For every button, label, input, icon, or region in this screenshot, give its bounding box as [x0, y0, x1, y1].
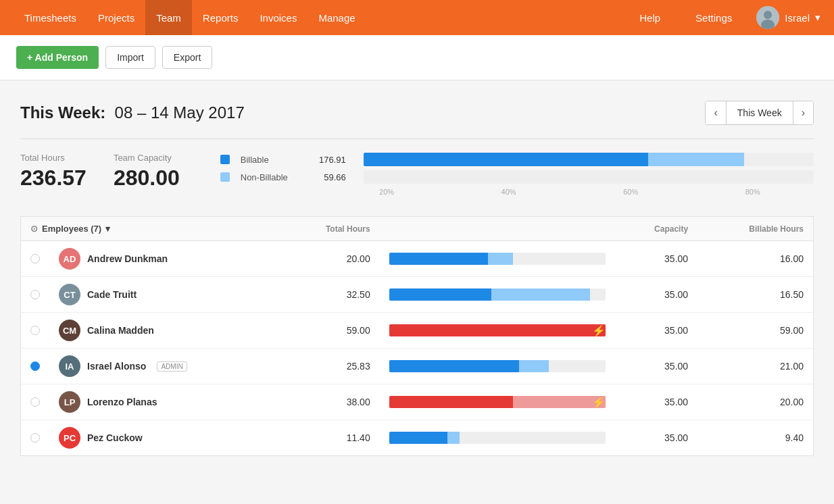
emp-name[interactable]: Calina Madden — [87, 325, 154, 336]
nav-help[interactable]: Help — [629, 0, 671, 35]
export-button[interactable]: Export — [162, 46, 212, 69]
chart-nonbillable-row: Non-Billable 59.66 — [220, 170, 814, 184]
table-row: IA Israel Alonso ADMIN 25.83 35.00 21.00 — [21, 349, 814, 384]
navbar: Timesheets Projects Team Reports Invoice… — [0, 0, 834, 35]
emp-bar — [389, 288, 606, 301]
week-header: This Week: 08 – 14 May 2017 ‹ This Week … — [20, 101, 814, 125]
emp-bar — [389, 432, 606, 444]
emp-name[interactable]: Andrew Dunkman — [87, 253, 168, 264]
week-prev-button[interactable]: ‹ — [706, 101, 726, 124]
chart-area: Billable 176.91 Non-Billable 59.66 20% 4… — [220, 153, 814, 196]
billable-bar — [364, 153, 814, 166]
row-radio-dot[interactable] — [30, 361, 40, 371]
row-capacity: 35.00 — [615, 384, 697, 420]
emp-name[interactable]: Israel Alonso — [87, 361, 146, 372]
employee-name-cell: LP Lorenzo Planas — [59, 391, 271, 413]
row-radio-dot[interactable] — [30, 290, 40, 299]
nav-settings[interactable]: Settings — [685, 0, 743, 35]
nav-manage[interactable]: Manage — [308, 0, 366, 35]
nav-team[interactable]: Team — [145, 0, 192, 35]
row-billable: 59.00 — [697, 313, 813, 349]
col-billable-header: Billable Hours — [697, 217, 813, 241]
row-radio-cell — [21, 241, 50, 277]
emp-name[interactable]: Pez Cuckow — [87, 432, 143, 443]
table-row: CM Calina Madden 59.00 ⚡ 35.00 59.00 — [21, 313, 814, 349]
row-hours: 32.50 — [280, 277, 380, 313]
week-next-button[interactable]: › — [793, 101, 813, 124]
row-hours: 11.40 — [280, 420, 380, 456]
row-radio-dot[interactable] — [30, 397, 40, 407]
total-hours-label: Total Hours — [20, 153, 87, 163]
add-person-button[interactable]: + Add Person — [16, 46, 99, 69]
axis-80: 80% — [691, 188, 814, 196]
table-row: LP Lorenzo Planas 38.00 ⚡ 35.00 20.00 — [21, 384, 814, 420]
row-billable: 21.00 — [697, 349, 813, 384]
billable-value: 176.91 — [312, 155, 346, 165]
axis-20: 20% — [326, 188, 448, 196]
week-title-prefix: This Week: — [20, 103, 105, 122]
team-capacity-label: Team Capacity — [114, 153, 180, 163]
row-capacity: 35.00 — [615, 277, 697, 313]
svg-point-1 — [764, 11, 772, 19]
row-bar-cell — [380, 241, 615, 277]
nav-reports[interactable]: Reports — [192, 0, 249, 35]
employee-name-cell: CT Cade Truitt — [59, 284, 271, 305]
row-name-cell: PC Pez Cuckow — [49, 420, 280, 456]
user-menu[interactable]: Israel ▾ — [756, 6, 820, 29]
row-capacity: 35.00 — [615, 313, 697, 349]
nonbillable-label: Non-Billable — [241, 172, 301, 182]
table-row: CT Cade Truitt 32.50 35.00 16.50 — [21, 277, 814, 313]
row-hours: 59.00 — [280, 313, 380, 349]
import-button[interactable]: Import — [105, 46, 155, 69]
week-title: This Week: 08 – 14 May 2017 — [20, 103, 245, 122]
emp-avatar: LP — [59, 391, 80, 413]
row-radio-dot[interactable] — [30, 433, 40, 443]
dropdown-icon[interactable]: ▾ — [105, 224, 110, 234]
emp-name[interactable]: Cade Truitt — [87, 289, 137, 300]
nav-right: Help Settings Israel ▾ — [629, 0, 820, 35]
axis-40: 40% — [447, 188, 570, 196]
table-row: AD Andrew Dunkman 20.00 35.00 16.00 — [21, 241, 814, 277]
emp-bar: ⚡ — [389, 324, 606, 336]
chart-axis: 20% 40% 60% 80% — [220, 188, 814, 196]
total-hours-stat: Total Hours 236.57 — [20, 153, 87, 191]
row-radio-cell — [21, 384, 50, 420]
emp-avatar: CM — [59, 320, 80, 341]
row-billable: 9.40 — [697, 420, 813, 456]
employees-table: ⊙ Employees (7) ▾ Total Hours Capacity B… — [20, 216, 814, 456]
week-date-range: 08 – 14 May 2017 — [115, 103, 245, 122]
chevron-down-icon: ▾ — [815, 11, 820, 24]
employee-name-cell: CM Calina Madden — [59, 320, 271, 341]
emp-name[interactable]: Lorenzo Planas — [87, 397, 157, 407]
billable-bar-fill — [364, 153, 648, 166]
nav-timesheets[interactable]: Timesheets — [14, 0, 87, 35]
row-radio-dot[interactable] — [30, 254, 40, 263]
row-hours: 25.83 — [280, 349, 380, 384]
row-radio-dot[interactable] — [30, 326, 40, 335]
row-capacity: 35.00 — [615, 420, 697, 456]
row-billable: 16.00 — [697, 241, 813, 277]
employee-name-cell: PC Pez Cuckow — [59, 427, 271, 449]
nonbillable-value: 59.66 — [312, 172, 346, 182]
emp-avatar: PC — [59, 427, 80, 449]
row-billable: 20.00 — [697, 384, 813, 420]
row-hours: 38.00 — [280, 384, 380, 420]
divider — [20, 138, 814, 139]
employee-name-cell: AD Andrew Dunkman — [59, 248, 271, 270]
row-name-cell: CM Calina Madden — [49, 313, 280, 349]
nav-projects[interactable]: Projects — [87, 0, 145, 35]
row-name-cell: LP Lorenzo Planas — [49, 384, 280, 420]
employee-name-cell: IA Israel Alonso ADMIN — [59, 355, 271, 377]
total-hours-value: 236.57 — [20, 166, 87, 191]
main-content: This Week: 08 – 14 May 2017 ‹ This Week … — [0, 80, 834, 476]
clock-icon: ⊙ — [30, 224, 38, 234]
emp-avatar: IA — [59, 355, 80, 377]
week-nav: ‹ This Week › — [705, 101, 814, 125]
row-radio-cell — [21, 277, 50, 313]
row-radio-cell — [21, 313, 50, 349]
row-bar-cell: ⚡ — [380, 313, 615, 349]
row-bar-cell — [380, 277, 615, 313]
nav-invoices[interactable]: Invoices — [249, 0, 308, 35]
user-name: Israel — [785, 12, 810, 24]
table-row: PC Pez Cuckow 11.40 35.00 9.40 — [21, 420, 814, 456]
